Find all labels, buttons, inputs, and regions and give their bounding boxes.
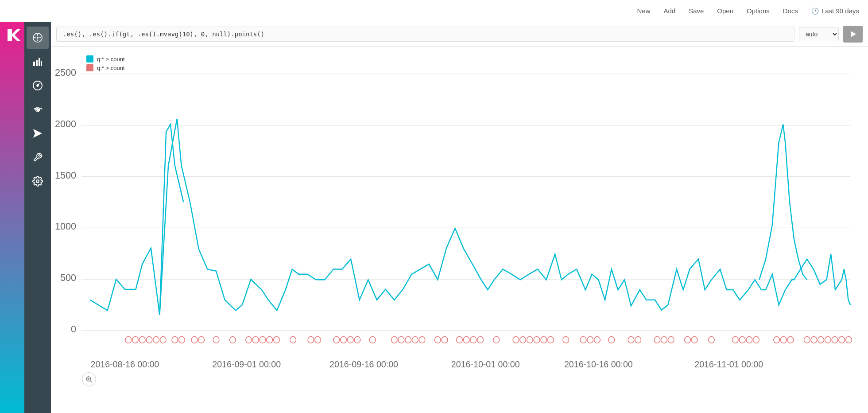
query-bar: auto [51,22,868,47]
svg-point-66 [419,337,425,343]
svg-point-51 [260,337,266,343]
options-button[interactable]: Options [747,7,770,15]
svg-point-83 [594,337,601,343]
svg-text:2016-08-16 00:00: 2016-08-16 00:00 [91,359,159,369]
svg-point-59 [347,337,353,343]
interval-select[interactable]: auto [799,27,839,41]
svg-text:2500: 2500 [55,66,76,78]
svg-point-68 [442,337,448,343]
sidebar-item-timelion[interactable] [27,98,49,121]
svg-point-48 [229,337,236,343]
svg-text:2016-10-01 00:00: 2016-10-01 00:00 [451,359,520,369]
svg-text:2000: 2000 [55,118,76,129]
svg-point-74 [513,337,519,343]
legend-label-1: q:* > count [97,56,125,62]
time-range-label: Last 90 days [822,7,859,15]
svg-point-44 [179,337,185,343]
svg-point-106 [846,337,852,343]
chart-line-primary [90,119,850,315]
svg-point-81 [580,337,586,343]
header: New Add Save Open Options Docs 🕐 Last 90… [0,0,868,22]
run-button[interactable] [843,26,863,43]
brand-logo [2,24,22,44]
time-range-selector[interactable]: 🕐 Last 90 days [811,7,859,15]
clock-icon: 🕐 [811,8,819,15]
svg-point-69 [457,337,463,343]
svg-point-92 [709,337,715,343]
svg-text:2016-10-16 00:00: 2016-10-16 00:00 [564,359,633,369]
nav-sidebar [24,22,51,413]
svg-marker-1 [8,29,21,41]
svg-point-72 [477,337,484,343]
open-button[interactable]: Open [717,7,733,15]
svg-point-86 [635,337,641,343]
brand-strip [0,22,24,413]
svg-point-55 [308,337,314,343]
svg-marker-16 [33,129,42,138]
svg-point-94 [739,337,745,343]
svg-text:2016-09-16 00:00: 2016-09-16 00:00 [329,359,398,369]
query-input[interactable] [56,27,794,42]
svg-point-76 [527,337,533,343]
legend-item-2: q:* > count [86,64,125,71]
svg-point-78 [541,337,547,343]
svg-point-65 [412,337,418,343]
scatter-dots-red [125,337,852,343]
legend-color-2 [86,64,93,71]
svg-point-93 [732,337,739,343]
svg-point-38 [132,337,139,343]
svg-point-87 [654,337,660,343]
svg-point-58 [341,337,347,343]
svg-point-37 [125,337,132,343]
svg-point-100 [804,337,810,343]
svg-rect-10 [39,58,40,66]
sidebar-item-send[interactable] [27,122,49,144]
new-button[interactable]: New [637,7,650,15]
svg-point-56 [315,337,321,343]
svg-point-96 [753,337,760,343]
legend-label-2: q:* > count [97,65,125,71]
legend-color-1 [86,55,93,62]
svg-point-79 [548,337,554,343]
svg-point-71 [470,337,477,343]
zoom-icon[interactable] [82,372,96,386]
svg-point-14 [36,108,39,111]
svg-text:1000: 1000 [55,221,76,232]
svg-rect-8 [33,62,35,66]
docs-button[interactable]: Docs [783,7,798,15]
svg-point-50 [252,337,259,343]
svg-point-104 [832,337,838,343]
svg-point-98 [780,337,787,343]
svg-point-53 [274,337,280,343]
svg-text:2016-09-01 00:00: 2016-09-01 00:00 [212,359,281,369]
chart-container: q:* > count q:* > count 2500 2000 [51,47,868,413]
sidebar-item-settings[interactable] [27,170,49,192]
svg-text:2016-11-01 00:00: 2016-11-01 00:00 [694,359,763,369]
svg-point-63 [398,337,404,343]
svg-point-67 [434,337,441,343]
svg-point-57 [333,337,340,343]
svg-point-95 [746,337,752,343]
svg-point-42 [160,337,166,343]
svg-point-13 [37,85,39,86]
svg-point-70 [463,337,469,343]
svg-text:1500: 1500 [55,169,76,181]
svg-point-105 [839,337,845,343]
svg-point-102 [818,337,824,343]
svg-point-103 [825,337,831,343]
chart-svg: 2500 2000 1500 1000 500 0 2016-08-16 00:… [55,51,859,409]
svg-point-88 [661,337,667,343]
svg-line-108 [90,381,92,382]
svg-point-64 [405,337,411,343]
svg-point-45 [191,337,198,343]
svg-point-73 [493,337,500,343]
sidebar-item-compass[interactable] [27,27,49,49]
svg-point-91 [691,337,698,343]
sidebar-item-visualize[interactable] [27,51,49,73]
svg-point-101 [811,337,817,343]
save-button[interactable]: Save [689,7,704,15]
sidebar-item-dashboard[interactable] [27,74,49,97]
sidebar-item-wrench[interactable] [27,146,49,168]
add-button[interactable]: Add [663,7,675,15]
svg-rect-11 [41,61,42,66]
